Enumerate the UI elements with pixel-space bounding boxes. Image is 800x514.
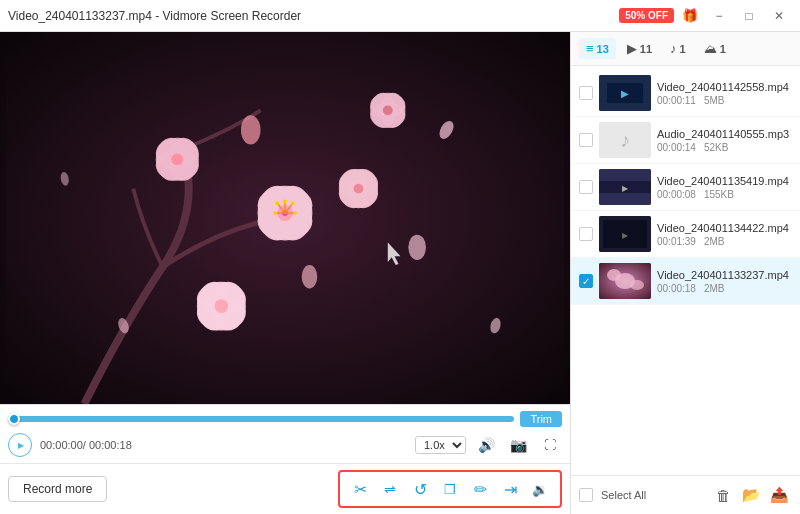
file-checkbox[interactable] bbox=[579, 227, 593, 241]
share-button[interactable]: 📤 bbox=[766, 482, 792, 508]
timeline-thumb[interactable] bbox=[8, 413, 20, 425]
list-item[interactable]: ✓ Video_240401133237.mp4 00:00:18 2MB bbox=[571, 258, 800, 305]
tab-video-count: 11 bbox=[640, 43, 652, 55]
tab-image[interactable]: ⛰ 1 bbox=[697, 38, 733, 59]
copy-icon: ❐ bbox=[444, 482, 456, 497]
file-checkbox[interactable] bbox=[579, 86, 593, 100]
folder-icon: 📂 bbox=[742, 486, 761, 504]
window-title: Video_240401133237.mp4 - Vidmore Screen … bbox=[8, 9, 301, 23]
file-info: Video_240401133237.mp4 00:00:18 2MB bbox=[657, 269, 792, 294]
camera-icon: 📷 bbox=[510, 437, 527, 453]
list-item[interactable]: ▶ Video_240401134422.mp4 00:01:39 2MB bbox=[571, 211, 800, 258]
svg-point-43 bbox=[283, 199, 287, 203]
playback-row: ▶ 00:00:00/ 00:00:18 1.0x 0.5x 1.5x 2.0x… bbox=[8, 433, 562, 457]
svg-point-57 bbox=[630, 280, 644, 290]
file-meta: 00:00:08 155KB bbox=[657, 189, 792, 200]
right-panel: ≡ 13 ▶ 11 ♪ 1 ⛰ 1 ▶ bbox=[570, 32, 800, 514]
trash-icon: 🗑 bbox=[716, 487, 731, 504]
list-icon: ≡ bbox=[586, 41, 594, 56]
svg-point-56 bbox=[607, 269, 621, 281]
list-item[interactable]: ♪ Audio_240401140555.mp3 00:00:14 52KB bbox=[571, 117, 800, 164]
scissors-icon: ✂ bbox=[354, 480, 367, 499]
file-size: 2MB bbox=[704, 283, 725, 294]
copy-button[interactable]: ❐ bbox=[436, 475, 464, 503]
camera-button[interactable]: 📷 bbox=[506, 433, 530, 457]
volume-edit-icon: 🔉 bbox=[532, 482, 548, 497]
file-size: 5MB bbox=[704, 95, 725, 106]
file-meta: 00:01:39 2MB bbox=[657, 236, 792, 247]
list-item[interactable]: ▶ Video_240401135419.mp4 00:00:08 155KB bbox=[571, 164, 800, 211]
file-checkbox[interactable] bbox=[579, 133, 593, 147]
scissors-button[interactable]: ✂ bbox=[346, 475, 374, 503]
file-meta: 00:00:18 2MB bbox=[657, 283, 792, 294]
file-duration: 00:00:18 bbox=[657, 283, 696, 294]
video-content bbox=[0, 32, 570, 404]
fullscreen-button[interactable]: ⛶ bbox=[538, 433, 562, 457]
file-duration: 00:01:39 bbox=[657, 236, 696, 247]
fullscreen-icon: ⛶ bbox=[544, 438, 556, 452]
tab-all[interactable]: ≡ 13 bbox=[579, 38, 616, 59]
merge-icon: ⇥ bbox=[504, 480, 517, 499]
rotate-icon: ↺ bbox=[414, 480, 427, 499]
timeline-bar[interactable] bbox=[8, 416, 514, 422]
open-folder-button[interactable]: 📂 bbox=[738, 482, 764, 508]
svg-point-16 bbox=[215, 299, 229, 313]
trim-button[interactable]: Trim bbox=[520, 411, 562, 427]
svg-text:▶: ▶ bbox=[621, 88, 629, 99]
tab-audio[interactable]: ♪ 1 bbox=[663, 38, 693, 59]
svg-point-39 bbox=[291, 201, 295, 205]
svg-point-41 bbox=[293, 211, 297, 215]
play-button[interactable]: ▶ bbox=[8, 433, 32, 457]
file-duration: 00:00:11 bbox=[657, 95, 696, 106]
title-bar-right: 50% OFF 🎁 − □ ✕ bbox=[619, 6, 792, 26]
svg-point-42 bbox=[273, 211, 277, 215]
video-placeholder bbox=[0, 32, 570, 404]
list-item[interactable]: ▶ Video_240401142558.mp4 00:00:11 5MB bbox=[571, 70, 800, 117]
file-checkbox[interactable] bbox=[579, 180, 593, 194]
split-button[interactable]: ⇌ bbox=[376, 475, 404, 503]
time-display: 00:00:00/ 00:00:18 bbox=[40, 439, 132, 451]
merge-button[interactable]: ⇥ bbox=[496, 475, 524, 503]
file-size: 52KB bbox=[704, 142, 728, 153]
tab-video[interactable]: ▶ 11 bbox=[620, 38, 659, 59]
audio-tab-icon: ♪ bbox=[670, 41, 677, 56]
volume-edit-button[interactable]: 🔉 bbox=[526, 475, 554, 503]
file-thumbnail: ▶ bbox=[599, 216, 651, 252]
edit-button[interactable]: ✏ bbox=[466, 475, 494, 503]
svg-point-40 bbox=[275, 201, 279, 205]
file-checkbox[interactable]: ✓ bbox=[579, 274, 593, 288]
file-size: 2MB bbox=[704, 236, 725, 247]
svg-point-27 bbox=[241, 115, 261, 144]
file-info: Video_240401142558.mp4 00:00:11 5MB bbox=[657, 81, 792, 106]
bottom-actions: 🗑 📂 📤 bbox=[710, 482, 792, 508]
tab-bar: ≡ 13 ▶ 11 ♪ 1 ⛰ 1 bbox=[571, 32, 800, 66]
select-all-checkbox[interactable] bbox=[579, 488, 593, 502]
file-meta: 00:00:14 52KB bbox=[657, 142, 792, 153]
record-more-button[interactable]: Record more bbox=[8, 476, 107, 502]
title-bar-left: Video_240401133237.mp4 - Vidmore Screen … bbox=[8, 9, 301, 23]
file-info: Video_240401134422.mp4 00:01:39 2MB bbox=[657, 222, 792, 247]
maximize-button[interactable]: □ bbox=[736, 6, 762, 26]
minimize-button[interactable]: − bbox=[706, 6, 732, 26]
svg-point-11 bbox=[171, 153, 183, 165]
delete-button[interactable]: 🗑 bbox=[710, 482, 736, 508]
left-panel: Trim ▶ 00:00:00/ 00:00:18 1.0x 0.5x 1.5x… bbox=[0, 32, 570, 514]
image-tab-icon: ⛰ bbox=[704, 41, 717, 56]
tool-icon-group: ✂ ⇌ ↺ ❐ ✏ ⇥ 🔉 bbox=[338, 470, 562, 508]
promo-badge[interactable]: 50% OFF bbox=[619, 8, 674, 23]
file-name: Video_240401134422.mp4 bbox=[657, 222, 792, 234]
file-size: 155KB bbox=[704, 189, 734, 200]
edit-icon: ✏ bbox=[474, 480, 487, 499]
speed-select[interactable]: 1.0x 0.5x 1.5x 2.0x bbox=[415, 436, 466, 454]
file-thumbnail: ▶ bbox=[599, 75, 651, 111]
file-name: Video_240401142558.mp4 bbox=[657, 81, 792, 93]
svg-point-21 bbox=[354, 184, 364, 194]
bottom-row: Record more ✂ ⇌ ↺ ❐ ✏ ⇥ bbox=[0, 463, 570, 514]
music-note-icon: ♪ bbox=[620, 129, 630, 152]
timeline-row: Trim bbox=[8, 411, 562, 427]
volume-button[interactable]: 🔊 bbox=[474, 433, 498, 457]
close-button[interactable]: ✕ bbox=[766, 6, 792, 26]
file-list: ▶ Video_240401142558.mp4 00:00:11 5MB ♪ bbox=[571, 66, 800, 475]
svg-text:▶: ▶ bbox=[622, 184, 629, 193]
rotate-button[interactable]: ↺ bbox=[406, 475, 434, 503]
